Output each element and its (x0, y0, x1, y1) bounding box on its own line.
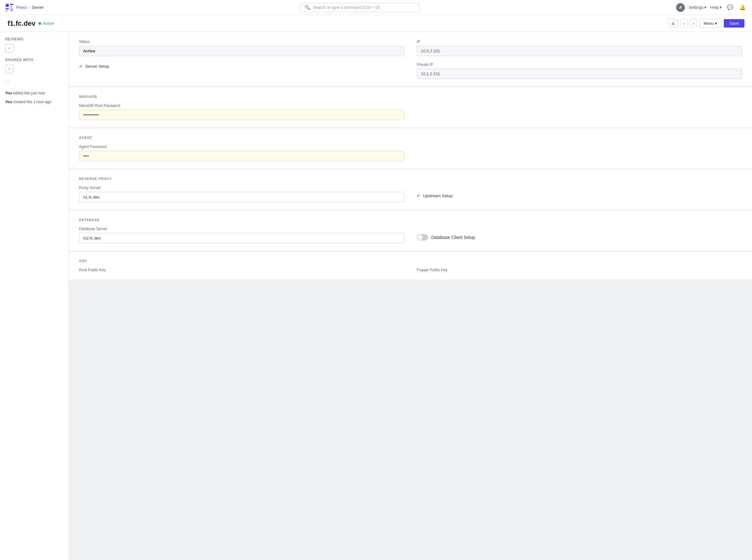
proxy-server-field: Proxy Server (79, 186, 404, 202)
db-server-field: Database Server (79, 227, 404, 243)
upstream-setup-checkmark-icon: ✔ (417, 193, 420, 198)
svg-rect-1 (10, 4, 13, 5)
breadcrumb-sep-1: › (28, 5, 30, 10)
mariadb-password-label: MariaDB Root Password (79, 103, 404, 108)
add-shared-button[interactable]: + (5, 65, 14, 73)
logo[interactable] (5, 3, 14, 12)
page-header: f1.fc.dev Active 🖨 ‹ › Menu ▾ Save (0, 15, 752, 32)
activity-2-action: created this 1 hour ago (13, 100, 52, 104)
next-button[interactable]: › (690, 19, 697, 27)
upstream-setup-field: ✔ Upstream Setup (417, 186, 742, 202)
ssh-section: SSH Root Public Key Frappe Public Key (69, 252, 752, 280)
app-logo-icon (5, 3, 14, 12)
search-placeholder: Search or type a command (Ctrl + G) (313, 5, 380, 10)
status-section: Status Active IP ✔ Server Setup Private … (69, 32, 752, 87)
upstream-setup-label: Upstream Setup (423, 194, 453, 198)
activity-1-action: edited this just now (13, 91, 45, 95)
prev-button[interactable]: ‹ (680, 19, 687, 27)
add-review-button[interactable]: + (5, 44, 14, 53)
ip-label: IP (417, 40, 742, 44)
menu-button[interactable]: Menu ▾ (700, 19, 721, 28)
database-section-title: DATABASE (79, 218, 742, 222)
db-client-setup-toggle[interactable] (417, 234, 428, 240)
proxy-server-label: Proxy Server (79, 186, 404, 190)
search-area: 🔍 Search or type a command (Ctrl + G) (46, 3, 674, 12)
help-chevron-icon: ▾ (720, 5, 722, 10)
db-client-setup-toggle-container: Database Client Setup (417, 234, 742, 240)
mariadb-password-input[interactable] (79, 110, 404, 120)
notifications-icon[interactable]: 💬 (726, 3, 734, 12)
mariadb-section: MARIADB MariaDB Root Password (69, 87, 752, 128)
page-title: f1.fc.dev (7, 19, 36, 27)
activity-item-2: You created this 1 hour ago (5, 99, 64, 105)
content: Status Active IP ✔ Server Setup Private … (69, 32, 752, 560)
settings-chevron-icon: ▾ (704, 5, 707, 10)
svg-rect-2 (10, 6, 12, 7)
agent-password-label: Agent Password (79, 144, 404, 149)
server-setup-field: ✔ Server Setup (79, 62, 404, 79)
status-value: Active (79, 46, 404, 56)
private-ip-field: Private IP (417, 62, 742, 79)
frappe-public-key-label: Frappe Public Key (417, 268, 742, 272)
server-setup-check: ✔ Server Setup (79, 64, 404, 69)
reverse-proxy-section: REVERSE PROXY Proxy Server ✔ Upstream Se… (69, 169, 752, 210)
svg-rect-3 (6, 8, 9, 9)
topnav: Press › Server 🔍 Search or type a comman… (0, 0, 752, 15)
database-section: DATABASE Database Server Database Client… (69, 211, 752, 251)
settings-link[interactable]: Settings ▾ (689, 5, 707, 10)
reverse-proxy-section-title: REVERSE PROXY (79, 177, 742, 181)
ip-input[interactable] (417, 46, 742, 56)
svg-rect-4 (6, 11, 7, 12)
mariadb-section-title: MARIADB (79, 95, 742, 98)
breadcrumb-server: Server (32, 5, 44, 10)
settings-label: Settings (689, 5, 704, 10)
root-public-key-label: Root Public Key (79, 268, 404, 272)
svg-rect-0 (6, 4, 9, 7)
menu-chevron-icon: ▾ (715, 21, 717, 26)
bell-icon[interactable]: 🔔 (738, 3, 747, 12)
upstream-setup-check: ✔ Upstream Setup (417, 193, 742, 198)
status-dot (39, 22, 41, 25)
server-setup-checkmark-icon: ✔ (79, 64, 83, 69)
topnav-right: A Settings ▾ Help ▾ 💬 🔔 (676, 3, 747, 12)
root-public-key-field: Root Public Key (79, 268, 404, 272)
agent-section-title: AGENT (79, 136, 742, 140)
ssh-section-title: SSH (79, 259, 742, 263)
help-label: Help (710, 5, 719, 10)
agent-section: AGENT Agent Password (69, 128, 752, 169)
search-icon: 🔍 (304, 5, 311, 11)
proxy-server-input[interactable] (79, 192, 404, 202)
db-client-setup-field: Database Client Setup (417, 227, 742, 243)
heart-icon[interactable]: ♡ (5, 78, 64, 85)
activity-item-1: You edited this just now (5, 90, 64, 96)
avatar[interactable]: A (676, 3, 685, 12)
mariadb-password-field: MariaDB Root Password (79, 103, 404, 120)
private-ip-label: Private IP (417, 62, 742, 67)
help-link[interactable]: Help ▾ (710, 5, 722, 10)
frappe-public-key-field: Frappe Public Key (417, 268, 742, 272)
search-box[interactable]: 🔍 Search or type a command (Ctrl + G) (300, 3, 420, 12)
page-actions: 🖨 ‹ › Menu ▾ Save (668, 19, 745, 28)
main-layout: Reviews + Shared With + ♡ You edited thi… (0, 32, 752, 560)
server-setup-label: Server Setup (85, 64, 109, 69)
db-server-input[interactable] (79, 233, 404, 243)
save-button[interactable]: Save (724, 19, 745, 27)
reviews-title: Reviews (5, 37, 64, 41)
menu-label: Menu (704, 21, 714, 26)
db-server-label: Database Server (79, 227, 404, 231)
status-text: Active (43, 21, 54, 26)
activity-2-user: You (5, 100, 12, 104)
db-client-setup-label: Database Client Setup (431, 235, 475, 240)
breadcrumb-press[interactable]: Press (16, 5, 27, 10)
status-field: Status Active (79, 40, 404, 56)
print-button[interactable]: 🖨 (668, 19, 678, 27)
shared-with-title: Shared With (5, 58, 64, 62)
agent-password-input[interactable] (79, 151, 404, 161)
private-ip-input[interactable] (417, 69, 742, 79)
status-badge: Active (39, 21, 54, 26)
activity-1-user: You (5, 91, 12, 95)
sidebar: Reviews + Shared With + ♡ You edited thi… (0, 32, 69, 560)
breadcrumb: Press › Server (16, 5, 44, 10)
agent-password-field: Agent Password (79, 144, 404, 161)
status-label: Status (79, 40, 404, 44)
